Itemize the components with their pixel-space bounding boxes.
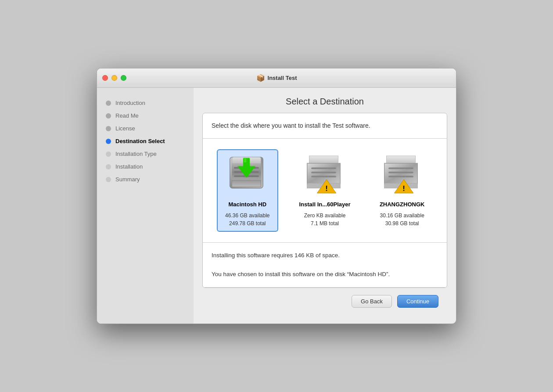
disk-macintosh-hd[interactable]: Macintosh HD 46.36 GB available 249.78 G… [217, 149, 278, 232]
sidebar-item-summary[interactable]: Summary [97, 173, 194, 186]
sidebar-item-installation-type[interactable]: Installation Type [97, 147, 194, 160]
maximize-button[interactable] [121, 75, 126, 81]
titlebar: 📦 Install Test [97, 68, 456, 88]
svg-rect-11 [307, 163, 341, 184]
sidebar-label-summary: Summary [115, 176, 140, 183]
svg-rect-20 [388, 168, 413, 169]
disk-zhangzhongk-info: 30.16 GB available 30.98 GB total [380, 212, 424, 227]
sidebar-label-destination: Destination Select [115, 138, 165, 144]
disk-zhangzhongk[interactable]: ! ZHANGZHONGK 30.16 GB available 30.98 G… [371, 149, 433, 232]
sidebar-label-license: License [115, 125, 135, 132]
footer: Go Back Continue [202, 288, 447, 315]
svg-rect-6 [232, 180, 261, 187]
sidebar-label-insttype: Installation Type [115, 151, 157, 157]
installer-window: 📦 Install Test Introduction Read Me Lice… [97, 68, 456, 324]
window-controls [102, 75, 126, 81]
disk-macintosh-hd-name: Macintosh HD [228, 200, 266, 209]
sidebar-dot-insttype [106, 151, 111, 157]
sidebar-dot-summary [106, 177, 111, 182]
sidebar-item-destination-select[interactable]: Destination Select [97, 135, 194, 147]
app-icon: 📦 [256, 74, 265, 82]
sidebar-dot-destination [106, 139, 111, 144]
page-title: Select a Destination [202, 97, 447, 107]
app-title: Install Test [268, 75, 297, 81]
disk-zhangzhongk-name: ZHANGZHONGK [380, 200, 425, 209]
sidebar-item-readme[interactable]: Read Me [97, 109, 194, 122]
svg-rect-14 [311, 176, 336, 178]
disk-macintosh-hd-icon-wrapper [228, 154, 267, 198]
sidebar: Introduction Read Me License Destination… [97, 88, 194, 323]
svg-rect-19 [384, 163, 418, 184]
drive-icon-macintosh-hd [228, 154, 265, 195]
svg-text:!: ! [325, 185, 328, 193]
disk-zhangzhongk-icon-wrapper: ! [382, 154, 422, 198]
sidebar-label-introduction: Introduction [115, 100, 145, 106]
svg-rect-12 [311, 168, 336, 169]
svg-rect-9 [244, 158, 247, 162]
disk-install-60player-info: Zero KB available 7.1 MB total [304, 212, 346, 227]
description-text: Select the disk where you want to instal… [212, 122, 370, 129]
info-section: Installing this software requires 146 KB… [203, 243, 447, 288]
svg-text:!: ! [402, 185, 405, 193]
sidebar-item-license[interactable]: License [97, 122, 194, 135]
svg-rect-18 [387, 156, 416, 164]
sidebar-dot-installation [106, 164, 111, 169]
sidebar-dot-introduction [106, 101, 111, 106]
disk-install-60player-icon-wrapper: ! [305, 154, 345, 198]
window-body: Introduction Read Me License Destination… [97, 88, 456, 323]
disks-section: Macintosh HD 46.36 GB available 249.78 G… [203, 139, 447, 243]
close-button[interactable] [102, 75, 108, 81]
svg-rect-10 [309, 156, 338, 164]
svg-rect-22 [388, 176, 413, 178]
main-content: Select a Destination Select the disk whe… [194, 88, 456, 323]
window-title: 📦 Install Test [256, 74, 297, 82]
info-line1: Installing this software requires 146 KB… [212, 251, 438, 260]
go-back-button[interactable]: Go Back [352, 295, 392, 308]
drive-icon-zhangzhongk: ! [382, 154, 420, 195]
sidebar-item-introduction[interactable]: Introduction [97, 97, 194, 109]
disk-macintosh-hd-info: 46.36 GB available 249.78 GB total [225, 212, 269, 227]
sidebar-label-installation: Installation [115, 163, 143, 170]
sidebar-item-installation[interactable]: Installation [97, 160, 194, 173]
sidebar-label-readme: Read Me [115, 112, 139, 119]
content-panel: Select the disk where you want to instal… [202, 113, 447, 288]
svg-rect-21 [388, 172, 413, 173]
svg-rect-13 [311, 172, 336, 173]
sidebar-dot-license [106, 126, 111, 131]
disk-install-60player[interactable]: ! Install In...60Player Zero KB availabl… [293, 149, 356, 232]
disk-install-60player-name: Install In...60Player [299, 200, 350, 209]
drive-icon-60player: ! [305, 154, 342, 195]
info-line2: You have chosen to install this software… [212, 270, 438, 279]
description-section: Select the disk where you want to instal… [203, 113, 447, 139]
continue-button[interactable]: Continue [397, 295, 438, 308]
minimize-button[interactable] [111, 75, 117, 81]
sidebar-dot-readme [106, 113, 111, 119]
